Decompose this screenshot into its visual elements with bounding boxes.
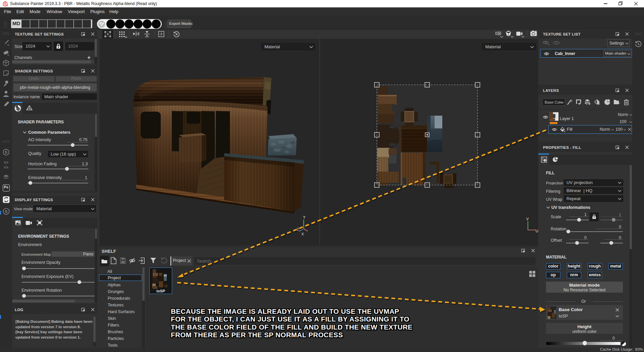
svg-text:S: S [5,150,7,154]
svg-text:X: X [301,232,304,236]
svg-text:V: V [526,217,529,221]
svg-text:S: S [4,2,6,6]
svg-text:S: S [5,210,7,214]
svg-text:1: 1 [555,42,557,45]
svg-text:Z: Z [297,227,299,231]
svg-text:Y: Y [303,215,306,219]
svg-text:U: U [536,229,538,233]
